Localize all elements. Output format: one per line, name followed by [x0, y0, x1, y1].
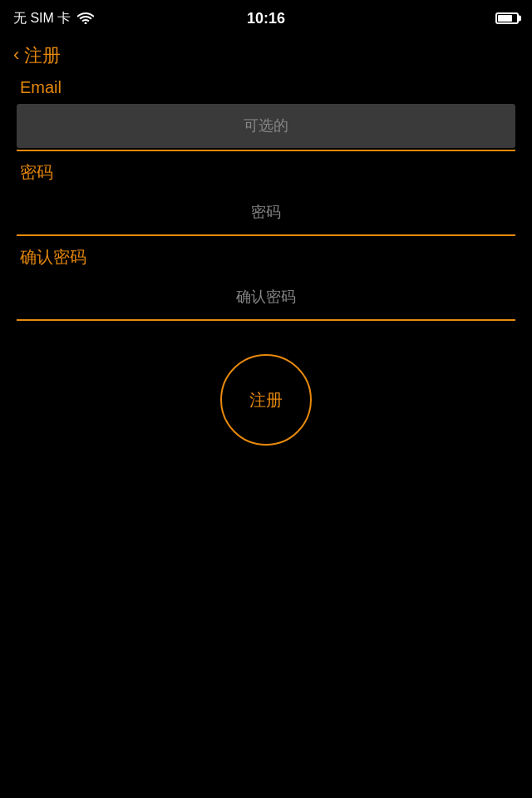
email-field-group: Email — [17, 78, 515, 151]
email-label: Email — [17, 78, 515, 97]
register-button[interactable]: 注册 — [220, 354, 312, 446]
nav-title: 注册 — [24, 43, 61, 68]
password-input[interactable] — [17, 190, 515, 234]
register-button-label: 注册 — [249, 389, 283, 411]
password-label: 密码 — [17, 161, 515, 184]
confirm-password-field-group: 确认密码 — [17, 246, 515, 321]
email-input-wrapper — [17, 104, 515, 148]
battery-area — [495, 12, 519, 24]
back-button[interactable]: ‹ 注册 — [13, 43, 61, 68]
password-field-group: 密码 — [17, 161, 515, 236]
battery-icon — [495, 12, 519, 24]
confirm-password-label: 确认密码 — [17, 246, 515, 268]
status-time: 10:16 — [247, 10, 285, 27]
password-divider — [17, 234, 515, 236]
registration-form: Email 密码 确认密码 注册 — [0, 78, 532, 446]
wifi-icon — [77, 12, 94, 24]
nav-bar: ‹ 注册 — [0, 37, 532, 78]
status-bar: 无 SIM 卡 10:16 — [0, 0, 532, 37]
email-divider — [17, 150, 515, 151]
register-button-wrapper: 注册 — [17, 354, 515, 446]
carrier-text: 无 SIM 卡 — [13, 10, 71, 27]
confirm-password-divider — [17, 319, 515, 321]
back-chevron-icon: ‹ — [13, 46, 19, 64]
email-input[interactable] — [17, 104, 515, 148]
confirm-password-input[interactable] — [17, 275, 515, 319]
carrier-info: 无 SIM 卡 — [13, 10, 94, 27]
